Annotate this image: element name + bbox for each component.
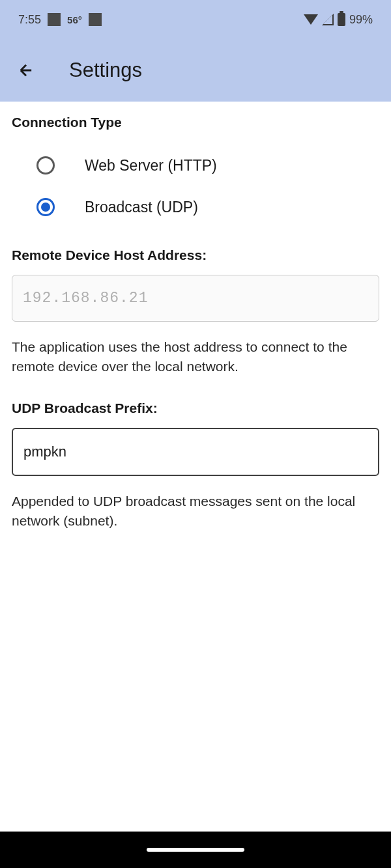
app-header: Settings <box>0 39 391 102</box>
wifi-icon <box>304 14 318 25</box>
udp-prefix-helper: Appended to UDP broadcast messages sent … <box>12 492 379 531</box>
connection-type-group: Web Server (HTTP) Broadcast (UDP) <box>12 145 379 228</box>
signal-icon <box>322 14 334 25</box>
status-time: 7:55 <box>18 13 41 27</box>
settings-content: Connection Type Web Server (HTTP) Broadc… <box>0 102 391 568</box>
host-address-label: Remote Device Host Address: <box>12 247 379 263</box>
radio-icon <box>36 156 55 175</box>
notification-icon <box>89 13 102 26</box>
page-title: Settings <box>69 59 142 82</box>
radio-label-http: Web Server (HTTP) <box>85 157 217 175</box>
udp-prefix-label: UDP Broadcast Prefix: <box>12 400 379 416</box>
connection-type-label: Connection Type <box>12 115 379 130</box>
radio-selected-icon <box>36 198 55 216</box>
host-address-input[interactable] <box>12 275 379 322</box>
status-right: 99% <box>304 13 373 27</box>
battery-icon <box>338 13 345 26</box>
status-bar: 7:55 56° 99% <box>0 0 391 39</box>
radio-option-http[interactable]: Web Server (HTTP) <box>12 145 379 186</box>
radio-option-udp[interactable]: Broadcast (UDP) <box>12 186 379 228</box>
battery-percentage: 99% <box>349 13 373 27</box>
notification-icon <box>48 13 61 26</box>
status-temperature: 56° <box>67 14 82 25</box>
host-address-helper: The application uses the host address to… <box>12 337 379 377</box>
navigation-bar <box>0 832 391 868</box>
radio-label-udp: Broadcast (UDP) <box>85 199 198 216</box>
home-indicator[interactable] <box>147 848 244 852</box>
status-left: 7:55 56° <box>18 13 102 27</box>
arrow-left-icon <box>17 61 35 79</box>
back-button[interactable] <box>14 59 38 82</box>
udp-prefix-input[interactable] <box>12 428 379 476</box>
